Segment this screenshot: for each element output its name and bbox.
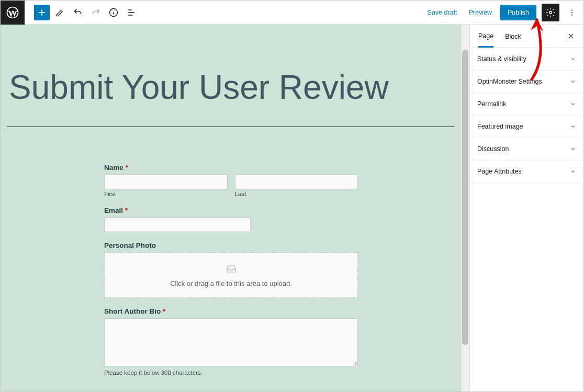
email-field: Email * xyxy=(104,206,358,232)
bio-textarea[interactable] xyxy=(104,318,358,366)
panel-featured-image[interactable]: Featured image xyxy=(470,116,583,138)
more-options-button[interactable] xyxy=(565,4,579,21)
svg-point-2 xyxy=(549,11,552,14)
vertical-dots-icon xyxy=(568,7,576,18)
name-field: Name * First Last xyxy=(104,164,358,197)
chevron-down-icon xyxy=(570,123,576,130)
edit-mode-button[interactable] xyxy=(53,5,68,20)
email-label: Email * xyxy=(104,206,358,214)
publish-button[interactable]: Publish xyxy=(500,5,536,20)
preview-button[interactable]: Preview xyxy=(466,6,495,19)
panel-label: Discussion xyxy=(477,145,509,153)
scrollbar-thumb[interactable] xyxy=(462,50,468,345)
bio-label: Short Author Bio * xyxy=(104,307,358,315)
panel-permalink[interactable]: Permalink xyxy=(470,93,583,116)
last-name-input[interactable] xyxy=(235,175,358,189)
inbox-icon xyxy=(224,263,238,274)
first-name-input[interactable] xyxy=(104,175,228,189)
separator xyxy=(7,126,455,127)
scrollbar-track[interactable] xyxy=(461,25,469,391)
svg-point-3 xyxy=(571,9,572,10)
pencil-icon xyxy=(55,7,65,18)
redo-icon xyxy=(91,7,101,18)
bio-field: Short Author Bio * Please keep it below … xyxy=(104,307,358,376)
panel-discussion[interactable]: Discussion xyxy=(470,138,583,160)
close-sidebar-button[interactable] xyxy=(565,30,577,42)
panel-label: Featured image xyxy=(477,123,523,130)
page-title[interactable]: Submit Your User Review xyxy=(1,25,461,126)
wordpress-icon xyxy=(6,6,19,19)
undo-button[interactable] xyxy=(71,5,85,20)
chevron-down-icon xyxy=(570,78,576,85)
panel-label: Status & visibility xyxy=(477,55,526,63)
wp-logo-button[interactable] xyxy=(1,1,25,25)
tab-page[interactable]: Page xyxy=(478,25,493,48)
panel-optinmonster[interactable]: OptinMonster Settings xyxy=(470,71,583,93)
chevron-down-icon xyxy=(570,101,576,107)
first-name-hint: First xyxy=(104,191,228,197)
upload-text: Click or drag a file to this area to upl… xyxy=(170,280,292,287)
chevron-down-icon xyxy=(570,168,576,175)
panel-label: Permalink xyxy=(477,100,507,108)
chevron-down-icon xyxy=(570,56,576,62)
file-upload-dropzone[interactable]: Click or drag a file to this area to upl… xyxy=(104,252,358,298)
required-mark: * xyxy=(125,206,128,214)
bio-hint: Please keep it below 300 characters. xyxy=(104,370,358,376)
outline-button[interactable] xyxy=(124,5,139,20)
close-icon xyxy=(567,32,575,40)
undo-icon xyxy=(73,7,83,18)
outline-icon xyxy=(126,7,137,18)
add-block-button[interactable] xyxy=(34,5,50,20)
toolbar-left-group xyxy=(25,5,139,20)
photo-field: Personal Photo Click or drag a file to t… xyxy=(104,241,358,298)
tab-block[interactable]: Block xyxy=(505,26,521,47)
save-draft-button[interactable]: Save draft xyxy=(424,6,461,19)
editor-body: Submit Your User Review Name * First Las… xyxy=(1,25,583,391)
required-mark: * xyxy=(163,307,165,315)
redo-button[interactable] xyxy=(88,5,103,20)
chevron-down-icon xyxy=(570,146,576,152)
form-block: Name * First Last Email * xyxy=(104,164,358,376)
panel-page-attributes[interactable]: Page Attributes xyxy=(470,160,583,183)
photo-label: Personal Photo xyxy=(104,241,358,249)
required-mark: * xyxy=(126,164,128,171)
info-icon xyxy=(108,7,119,18)
panel-label: OptinMonster Settings xyxy=(477,78,542,85)
sidebar-tabs: Page Block xyxy=(470,25,583,48)
last-name-hint: Last xyxy=(235,191,358,197)
editor-toolbar: Save draft Preview Publish xyxy=(1,1,583,25)
svg-point-4 xyxy=(571,11,572,13)
settings-sidebar: Page Block Status & visibility OptinMons… xyxy=(469,25,583,391)
info-button[interactable] xyxy=(106,5,121,20)
gear-icon xyxy=(545,7,556,18)
email-input[interactable] xyxy=(104,217,251,232)
panel-label: Page Attributes xyxy=(477,168,522,175)
toolbar-right-group: Save draft Preview Publish xyxy=(424,4,583,21)
plus-icon xyxy=(37,7,47,18)
svg-point-5 xyxy=(571,14,572,15)
editor-canvas[interactable]: Submit Your User Review Name * First Las… xyxy=(1,25,469,391)
name-label: Name * xyxy=(104,164,358,171)
settings-button[interactable] xyxy=(542,4,559,21)
panel-status-visibility[interactable]: Status & visibility xyxy=(470,48,583,71)
